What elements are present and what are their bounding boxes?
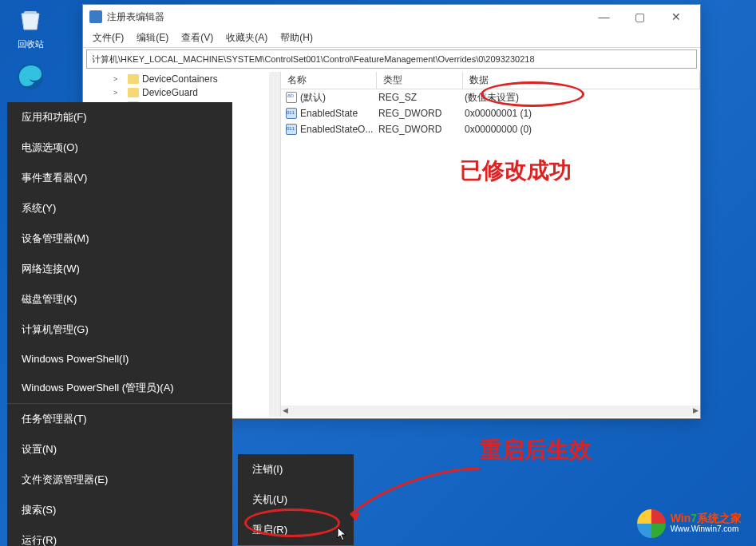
edge-icon[interactable]: [6, 61, 54, 96]
address-bar[interactable]: 计算机\HKEY_LOCAL_MACHINE\SYSTEM\ControlSet…: [86, 49, 697, 69]
value-name: (默认): [300, 91, 326, 105]
winx-label: 任务管理器(T): [22, 413, 87, 425]
winx-item[interactable]: 文件资源管理器(E): [7, 465, 232, 495]
recycle-bin-icon: [14, 3, 46, 35]
value-data: 0x00000000 (0): [463, 124, 700, 135]
shutdown-item[interactable]: 关机(U): [238, 485, 354, 515]
list-pane[interactable]: 名称 类型 数据 (默认)REG_SZ(数值未设置)EnabledStateRE…: [281, 72, 700, 417]
value-data: (数值未设置): [463, 91, 700, 105]
scrollbar-horizontal[interactable]: ◀ ▶: [281, 406, 700, 417]
winx-label: 应用和功能(F): [22, 111, 87, 123]
maximize-button[interactable]: ▢: [622, 5, 658, 29]
watermark: Win7系统之家 Www.Winwin7.com: [637, 509, 742, 538]
shutdown-submenu: 注销(I)关机(U)重启(R): [238, 454, 354, 545]
tree-label: DeviceContainers: [142, 73, 218, 85]
winx-menu: 应用和功能(F)电源选项(O)事件查看器(V)系统(Y)设备管理器(M)网络连接…: [7, 102, 232, 546]
watermark-brand: Win7系统之家: [671, 512, 742, 524]
col-type[interactable]: 类型: [377, 72, 463, 89]
winx-label: 搜索(S): [22, 504, 56, 516]
winx-label: 磁盘管理(K): [22, 293, 77, 305]
edge-browser-icon: [14, 61, 46, 93]
value-name: EnabledStateO...: [300, 124, 373, 135]
watermark-url: Www.Winwin7.com: [671, 524, 742, 535]
annotation-arrow: [341, 465, 485, 520]
titlebar[interactable]: 注册表编辑器 — ▢ ✕: [83, 5, 700, 29]
value-icon: [286, 92, 297, 103]
value-type: REG_DWORD: [377, 108, 463, 119]
menu-favorites[interactable]: 收藏夹(A): [220, 30, 274, 46]
shutdown-label: 关机(U): [252, 493, 287, 505]
winx-label: 系统(Y): [22, 202, 56, 214]
winx-item[interactable]: Windows PowerShell(I): [7, 345, 232, 373]
value-icon: [286, 124, 297, 135]
shutdown-item[interactable]: 重启(R): [238, 515, 354, 545]
winx-item[interactable]: 应用和功能(F): [7, 102, 232, 133]
tree-item[interactable]: >DeviceContainers: [83, 72, 280, 85]
value-name: EnabledState: [300, 108, 358, 119]
winx-item[interactable]: 运行(R): [7, 525, 232, 546]
window-title: 注册表编辑器: [107, 10, 164, 24]
shutdown-item[interactable]: 注销(I): [238, 454, 354, 485]
winx-item[interactable]: 设置(N): [7, 434, 232, 465]
recycle-bin-label: 回收站: [6, 38, 54, 50]
winx-item[interactable]: 电源选项(O): [7, 133, 232, 163]
winx-item[interactable]: 设备管理器(M): [7, 224, 232, 254]
folder-icon: [128, 88, 139, 97]
winx-label: 事件查看器(V): [22, 172, 87, 184]
recycle-bin[interactable]: 回收站: [6, 3, 54, 50]
winx-item[interactable]: 事件查看器(V): [7, 163, 232, 193]
winx-label: 运行(R): [22, 534, 57, 546]
value-type: REG_SZ: [377, 92, 463, 103]
winx-label: Windows PowerShell (管理员)(A): [22, 382, 174, 394]
watermark-logo-icon: [637, 509, 666, 538]
winx-label: 计算机管理(G): [22, 323, 89, 335]
winx-label: 文件资源管理器(E): [22, 473, 108, 485]
list-row[interactable]: (默认)REG_SZ(数值未设置): [281, 89, 700, 105]
scrollbar-vertical[interactable]: [269, 72, 280, 417]
winx-label: Windows PowerShell(I): [22, 353, 129, 365]
folder-icon: [128, 74, 139, 84]
col-data[interactable]: 数据: [463, 72, 700, 89]
winx-item[interactable]: 搜索(S): [7, 495, 232, 525]
shutdown-label: 注销(I): [252, 463, 283, 475]
regedit-icon: [89, 10, 102, 23]
list-row[interactable]: EnabledStateREG_DWORD0x00000001 (1): [281, 105, 700, 121]
winx-label: 电源选项(O): [22, 141, 78, 153]
tree-label: DeviceGuard: [142, 87, 198, 98]
winx-label: 设置(N): [22, 443, 57, 455]
caret-icon: >: [113, 75, 121, 83]
menu-file[interactable]: 文件(F): [86, 30, 130, 46]
winx-label: 设备管理器(M): [22, 232, 89, 244]
winx-item[interactable]: Windows PowerShell (管理员)(A): [7, 373, 232, 404]
winx-item[interactable]: 计算机管理(G): [7, 315, 232, 345]
col-name[interactable]: 名称: [281, 72, 377, 89]
minimize-button[interactable]: —: [586, 5, 622, 29]
menu-help[interactable]: 帮助(H): [274, 30, 319, 46]
menubar: 文件(F) 编辑(E) 查看(V) 收藏夹(A) 帮助(H): [83, 29, 700, 48]
shutdown-label: 重启(R): [252, 524, 287, 536]
annotation-text-2: 重启后生效: [480, 435, 592, 465]
scroll-right-icon[interactable]: ▶: [693, 406, 699, 414]
annotation-text-1: 已修改成功: [460, 156, 572, 186]
tree-item[interactable]: >DeviceGuard: [83, 85, 280, 99]
winx-item[interactable]: 网络连接(W): [7, 254, 232, 284]
menu-edit[interactable]: 编辑(E): [130, 30, 175, 46]
value-icon: [286, 108, 297, 119]
caret-icon: >: [113, 89, 121, 97]
close-button[interactable]: ✕: [658, 5, 694, 29]
list-header: 名称 类型 数据: [281, 72, 700, 89]
scroll-left-icon[interactable]: ◀: [283, 406, 288, 414]
menu-view[interactable]: 查看(V): [175, 30, 220, 46]
winx-item[interactable]: 磁盘管理(K): [7, 284, 232, 315]
value-type: REG_DWORD: [377, 124, 463, 135]
winx-item[interactable]: 任务管理器(T): [7, 404, 232, 434]
winx-label: 网络连接(W): [22, 263, 80, 275]
winx-item[interactable]: 系统(Y): [7, 193, 232, 224]
list-row[interactable]: EnabledStateO...REG_DWORD0x00000000 (0): [281, 121, 700, 137]
value-data: 0x00000001 (1): [463, 108, 700, 119]
